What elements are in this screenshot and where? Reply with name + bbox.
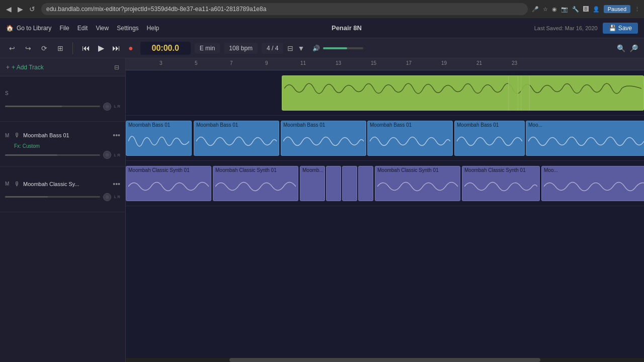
camera-icon: 📷 xyxy=(561,6,568,13)
clip-waveform-1 xyxy=(282,76,643,101)
zoom-in-icon[interactable]: 🔎 xyxy=(629,44,638,52)
ruler-mark-23: 23 xyxy=(512,60,517,66)
add-track-bar: + + Add Track ⊟ xyxy=(0,58,125,76)
clip-waveform-blue-4 xyxy=(368,129,452,154)
loop-button[interactable]: ⟳ xyxy=(38,42,50,54)
save-label: Save xyxy=(618,25,632,32)
clip-purple-4[interactable] xyxy=(326,166,341,201)
add-track-button[interactable]: + + Add Track xyxy=(6,64,44,71)
ruler-mark-7: 7 xyxy=(230,60,233,66)
clip-yellow-main[interactable] xyxy=(282,75,644,111)
clip-label-blue-2: Moombah Bass 01 xyxy=(194,121,279,129)
bpm-display[interactable]: 108 bpm xyxy=(224,43,258,54)
columns-button[interactable]: ⊞ xyxy=(54,42,66,54)
clip-purple-7[interactable]: Moombah Classic Synth 01 xyxy=(375,166,460,201)
refresh-button[interactable]: ↺ xyxy=(27,4,37,14)
track-pan-knob-2[interactable] xyxy=(103,151,111,159)
transport-controls: ⏮ ▶ ⏭ ● xyxy=(79,41,136,55)
waveform-svg-blue-6 xyxy=(528,129,644,154)
metronome-button[interactable]: ⊟ xyxy=(287,44,293,52)
time-sig-display[interactable]: 4 / 4 xyxy=(262,43,283,54)
clip-label-purple-1: Moombah Classic Synth 01 xyxy=(126,166,211,174)
time-display: 00:00.0 xyxy=(140,42,191,55)
toolbar-divider-1 xyxy=(72,42,73,54)
clip-label-purple-7: Moombah Classic Synth 01 xyxy=(375,166,460,174)
forward-button[interactable]: ▶ xyxy=(16,4,25,14)
clip-blue-6[interactable]: Moo... xyxy=(526,121,644,156)
go-to-library-button[interactable]: 🏠 Go to Library xyxy=(6,25,51,32)
key-display[interactable]: E min xyxy=(195,43,220,54)
track-row1-3: M 🎙 Moombah Classic Sy... ••• xyxy=(5,177,120,191)
skip-fwd-button[interactable]: ⏭ xyxy=(109,42,123,55)
clip-blue-2[interactable]: Moombah Bass 01 xyxy=(194,121,279,156)
redo-button[interactable]: ↪ xyxy=(22,42,34,54)
clip-blue-4[interactable]: Moombah Bass 01 xyxy=(367,121,453,156)
track-more-icon-2[interactable]: ••• xyxy=(113,131,120,139)
track-lane-1 xyxy=(126,70,644,116)
go-to-library-label: Go to Library xyxy=(17,25,51,32)
menu-settings[interactable]: Settings xyxy=(117,25,138,32)
menu-dots[interactable]: ⋮ xyxy=(634,6,640,13)
menu-items: File Edit View Settings Help xyxy=(59,25,159,32)
undo-button[interactable]: ↩ xyxy=(6,42,18,54)
waveform-svg-blue-4 xyxy=(370,129,450,154)
track-more-icon-3[interactable]: ••• xyxy=(113,180,120,188)
clip-waveform-purple-7 xyxy=(375,174,460,199)
track-pan-knob-1[interactable] xyxy=(103,103,111,111)
toolbar: ↩ ↪ ⟳ ⊞ ⏮ ▶ ⏭ ● 00:00.0 E min 108 bpm 4 … xyxy=(0,38,644,58)
clip-waveform-blue-6 xyxy=(526,129,644,154)
track-slider-row-2: LR xyxy=(5,150,120,160)
waveform-svg-purple-8 xyxy=(464,174,537,199)
menu-view[interactable]: View xyxy=(96,25,109,32)
skip-back-button[interactable]: ⏮ xyxy=(79,42,93,55)
zoom-out-icon[interactable]: 🔍 xyxy=(617,44,625,52)
track-row1-1: S xyxy=(5,86,120,101)
menu-edit[interactable]: Edit xyxy=(77,25,88,32)
volume-slider[interactable] xyxy=(323,47,363,49)
menu-file[interactable]: File xyxy=(59,25,69,32)
timeline-ruler: 3 5 7 9 11 13 15 17 19 21 23 xyxy=(126,58,644,70)
waveform-svg-purple-1 xyxy=(128,174,209,199)
track-volume-slider-3[interactable] xyxy=(5,196,100,198)
waveform-svg-purple-7 xyxy=(377,174,458,199)
clip-yellow-small-1[interactable] xyxy=(508,75,518,111)
clip-purple-9[interactable]: Moo... xyxy=(541,166,644,201)
home-icon: 🏠 xyxy=(6,25,14,32)
scrollbar-thumb[interactable] xyxy=(229,358,540,362)
track-volume-slider-1[interactable] xyxy=(5,106,100,107)
metronome-dropdown[interactable]: ▼ xyxy=(297,44,304,52)
clip-waveform-blue-1 xyxy=(126,129,191,154)
back-button[interactable]: ◀ xyxy=(4,4,14,14)
minimize-track-button[interactable]: ⊟ xyxy=(114,64,119,71)
track-row1-2: M 🎙 Moombah Bass 01 ••• xyxy=(5,128,120,142)
clip-purple-8[interactable]: Moombah Classic Synth 01 xyxy=(462,166,540,201)
horizontal-scrollbar[interactable] xyxy=(126,358,644,362)
play-button[interactable]: ▶ xyxy=(95,41,107,55)
track-volume-slider-2[interactable] xyxy=(5,154,100,156)
clip-purple-1[interactable]: Moombah Classic Synth 01 xyxy=(126,166,211,201)
track-item-3: M 🎙 Moombah Classic Sy... ••• LR xyxy=(0,167,125,212)
clip-purple-5[interactable] xyxy=(342,166,357,201)
clip-purple-2[interactable]: Moombah Classic Synth 01 xyxy=(213,166,298,201)
track-pan-knob-3[interactable] xyxy=(103,193,111,201)
ruler-mark-19: 19 xyxy=(441,60,447,66)
waveform-svg-purple-9 xyxy=(544,174,644,199)
clip-blue-5[interactable]: Moombah Bass 01 xyxy=(454,121,525,156)
save-button[interactable]: 💾 Save xyxy=(603,23,638,34)
clip-purple-3[interactable]: Moomb... xyxy=(300,166,325,201)
mic-icon: 🎤 xyxy=(532,6,539,13)
menu-help[interactable]: Help xyxy=(147,25,159,32)
clip-blue-1[interactable]: Moombah Bass 01 xyxy=(126,121,192,156)
ruler-mark-15: 15 xyxy=(371,60,376,66)
clip-waveform-blue-2 xyxy=(194,129,279,154)
mic-icon-2: 🎙 xyxy=(14,132,20,139)
track-mode-1: S xyxy=(5,90,11,96)
nav-buttons: ◀ ▶ ↺ xyxy=(4,4,37,14)
clip-blue-3[interactable]: Moombah Bass 01 xyxy=(281,121,366,156)
record-button[interactable]: ● xyxy=(125,42,136,55)
waveform-svg-blue-2 xyxy=(196,129,277,154)
clip-purple-6[interactable] xyxy=(358,166,373,201)
clip-label-blue-5: Moombah Bass 01 xyxy=(455,121,524,129)
address-bar[interactable]: edu.bandlab.com/mix-editor?projectId=535… xyxy=(41,3,528,15)
clip-yellow-small-2[interactable] xyxy=(521,75,530,111)
